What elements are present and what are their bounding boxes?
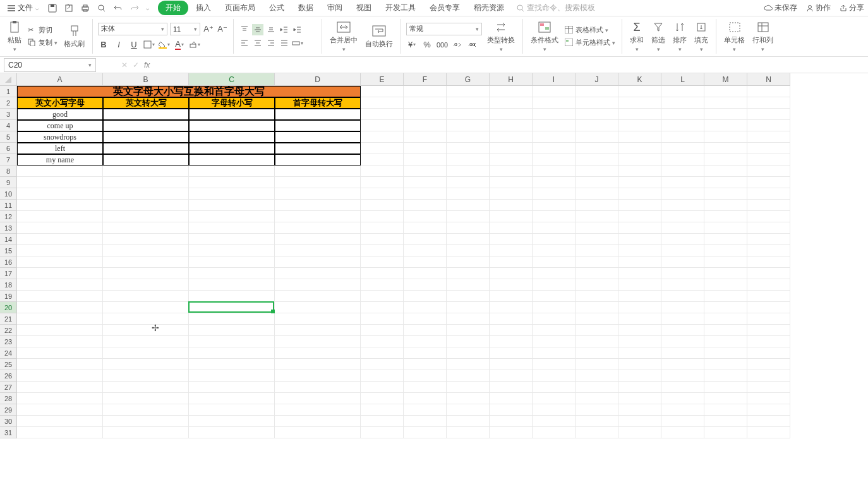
- cell[interactable]: [275, 166, 361, 177]
- row-header[interactable]: 27: [0, 382, 17, 393]
- cell[interactable]: [275, 336, 361, 347]
- cell[interactable]: [747, 359, 790, 370]
- cell[interactable]: [747, 200, 790, 211]
- cell[interactable]: [404, 313, 447, 325]
- fill-button[interactable]: 填充▾: [692, 19, 711, 54]
- wrap-text-button[interactable]: 自动换行: [363, 23, 395, 50]
- orientation-icon[interactable]: [305, 24, 316, 35]
- cell[interactable]: [747, 143, 790, 154]
- cell[interactable]: [361, 211, 404, 222]
- cell[interactable]: [490, 382, 533, 393]
- cell[interactable]: [447, 313, 490, 325]
- cell[interactable]: [533, 404, 576, 416]
- table-cell[interactable]: [275, 109, 361, 120]
- cell[interactable]: [404, 359, 447, 370]
- cell[interactable]: [17, 393, 103, 404]
- cell[interactable]: [447, 347, 490, 359]
- currency-icon[interactable]: ¥: [406, 39, 418, 51]
- cell[interactable]: [361, 109, 404, 120]
- cell[interactable]: [103, 313, 189, 325]
- cell[interactable]: [704, 393, 747, 404]
- type-convert-button[interactable]: 类型转换▾: [485, 19, 517, 54]
- column-header[interactable]: J: [576, 73, 618, 86]
- cell[interactable]: [576, 188, 618, 200]
- cell[interactable]: [576, 325, 618, 336]
- cell[interactable]: [447, 382, 490, 393]
- cell[interactable]: [533, 256, 576, 268]
- cell[interactable]: [404, 200, 447, 211]
- font-color-icon[interactable]: A: [174, 39, 185, 51]
- cell[interactable]: [618, 120, 661, 131]
- cell[interactable]: [404, 143, 447, 154]
- cell[interactable]: [17, 234, 103, 245]
- cell[interactable]: [17, 416, 103, 427]
- cell[interactable]: [447, 222, 490, 234]
- cell[interactable]: [576, 302, 618, 313]
- align-right-icon[interactable]: [265, 37, 277, 49]
- name-box[interactable]: C20 ▾: [4, 58, 96, 72]
- cell[interactable]: [576, 200, 618, 211]
- cell[interactable]: [704, 291, 747, 302]
- cell[interactable]: [661, 370, 704, 382]
- cell[interactable]: [103, 325, 189, 336]
- cell[interactable]: [618, 382, 661, 393]
- cell[interactable]: [747, 313, 790, 325]
- cell[interactable]: [490, 188, 533, 200]
- save-icon[interactable]: [47, 3, 57, 13]
- cell[interactable]: [275, 393, 361, 404]
- table-cell[interactable]: [103, 131, 189, 143]
- cell[interactable]: [747, 416, 790, 427]
- cell[interactable]: [103, 427, 189, 438]
- cell[interactable]: [704, 143, 747, 154]
- column-header[interactable]: L: [661, 73, 704, 86]
- cell[interactable]: [704, 336, 747, 347]
- cell[interactable]: [704, 370, 747, 382]
- cell[interactable]: [490, 302, 533, 313]
- cell[interactable]: [618, 416, 661, 427]
- cell[interactable]: [576, 427, 618, 438]
- cell[interactable]: [404, 131, 447, 143]
- cell[interactable]: [747, 279, 790, 291]
- cell[interactable]: [747, 302, 790, 313]
- cell[interactable]: [618, 166, 661, 177]
- cell[interactable]: [275, 404, 361, 416]
- formula-input[interactable]: [155, 59, 868, 71]
- qat-more-icon[interactable]: ⌵: [146, 5, 149, 11]
- cell[interactable]: [17, 370, 103, 382]
- cell[interactable]: [576, 268, 618, 279]
- cell[interactable]: [533, 427, 576, 438]
- row-header[interactable]: 31: [0, 427, 17, 438]
- table-header-cell[interactable]: 英文转大写: [103, 97, 189, 109]
- cell[interactable]: [404, 325, 447, 336]
- cell[interactable]: [447, 325, 490, 336]
- cell[interactable]: [533, 188, 576, 200]
- cell[interactable]: [661, 359, 704, 370]
- cell[interactable]: [103, 416, 189, 427]
- cell[interactable]: [533, 347, 576, 359]
- cell[interactable]: [404, 370, 447, 382]
- table-cell[interactable]: [189, 131, 275, 143]
- row-header[interactable]: 14: [0, 234, 17, 245]
- cell[interactable]: [404, 256, 447, 268]
- cell[interactable]: [447, 177, 490, 188]
- cell[interactable]: [747, 256, 790, 268]
- cell[interactable]: [275, 245, 361, 256]
- cell[interactable]: [747, 336, 790, 347]
- cell[interactable]: [576, 234, 618, 245]
- cell[interactable]: [533, 245, 576, 256]
- cell[interactable]: [189, 211, 275, 222]
- cell[interactable]: [661, 245, 704, 256]
- save-as-icon[interactable]: [64, 3, 74, 13]
- cell[interactable]: [103, 347, 189, 359]
- cell[interactable]: [747, 109, 790, 120]
- cell[interactable]: [103, 188, 189, 200]
- cell[interactable]: [404, 416, 447, 427]
- cell[interactable]: [404, 336, 447, 347]
- cell[interactable]: [576, 97, 618, 109]
- table-cell[interactable]: come up: [17, 120, 103, 131]
- cell[interactable]: [618, 256, 661, 268]
- cell[interactable]: [361, 245, 404, 256]
- cell[interactable]: [704, 325, 747, 336]
- table-header-cell[interactable]: 字母转小写: [189, 97, 275, 109]
- cell[interactable]: [533, 143, 576, 154]
